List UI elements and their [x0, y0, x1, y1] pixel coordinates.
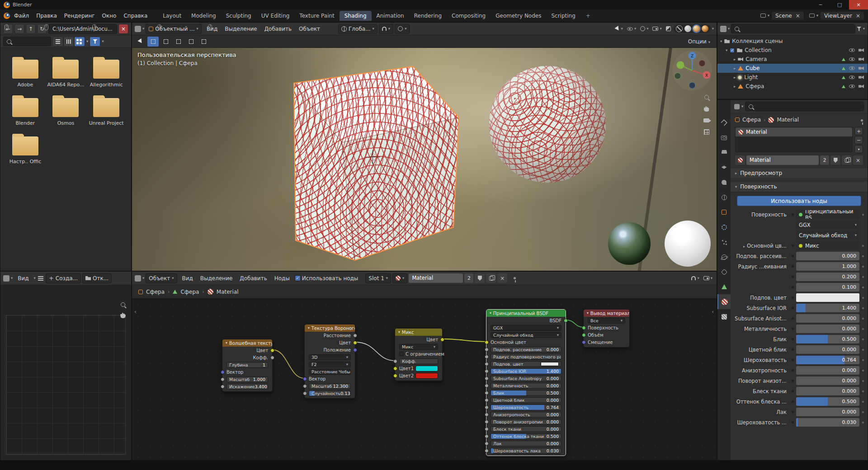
socket[interactable] [485, 391, 489, 395]
select-mode-extend-button[interactable] [160, 37, 171, 47]
bsdf-param-row[interactable]: Поворот анизотропии 0.000 [486, 418, 566, 425]
animate-dot[interactable] [862, 338, 864, 340]
collection-checkbox[interactable] [730, 48, 735, 53]
bsdf-param-row[interactable]: Subsurface IOR 1.400 [486, 367, 566, 375]
expander-icon[interactable] [734, 75, 736, 80]
distortion-input[interactable]: Искажение3.400 [222, 383, 272, 390]
tab-particles[interactable] [717, 235, 731, 249]
animate-dot[interactable] [862, 401, 864, 403]
node-voronoi-texture[interactable]: Текстура Вороного РасстояниеЦветПоложени… [304, 324, 355, 399]
editor-type-icon[interactable] [135, 26, 141, 32]
blender-menu-icon[interactable] [4, 13, 10, 19]
folder-item[interactable]: AIDA64 Repo... [46, 60, 86, 88]
bsdf-param-row[interactable]: Subsurface Anisotropy 0.000 [486, 375, 566, 382]
zoom-icon[interactable] [704, 95, 709, 99]
breadcrumb-object[interactable]: Сфера [742, 117, 761, 123]
cancel-button[interactable] [118, 24, 128, 34]
socket[interactable] [303, 384, 307, 388]
property-slider[interactable] [796, 293, 859, 302]
blend-mode-dropdown[interactable]: Микс [399, 344, 438, 350]
viewport-menu-item[interactable]: Добавить [261, 24, 295, 33]
expander-icon[interactable] [734, 84, 736, 89]
sphere-object[interactable] [489, 66, 606, 183]
bsdf-param-row[interactable]: Подпов. рассеивание 0.000 [486, 346, 566, 353]
shader-type-dropdown[interactable]: Объект [146, 273, 177, 283]
socket[interactable] [485, 348, 489, 352]
subsurface-method-dropdown[interactable]: Случайный обход [491, 332, 561, 338]
socket[interactable] [485, 449, 489, 453]
shader-menu-item[interactable]: Вид [179, 274, 197, 283]
input-socket-row[interactable]: Поверхность [584, 324, 629, 331]
socket[interactable] [485, 405, 489, 409]
socket[interactable] [485, 427, 489, 431]
color-swatch[interactable] [796, 293, 859, 302]
tab-constraints[interactable] [717, 264, 731, 279]
pan-hand-icon[interactable] [704, 106, 709, 112]
bsdf-param-row[interactable]: Металличность 0.000 [486, 382, 566, 389]
slot-dropdown[interactable]: Slot 1 [365, 273, 391, 283]
socket[interactable] [270, 356, 274, 360]
vector-input-socket[interactable]: Вектор [222, 368, 272, 376]
outliner-object-row[interactable]: Сфера [717, 82, 868, 91]
socket[interactable] [393, 374, 397, 378]
navigation-gizmo[interactable]: Z X [671, 50, 713, 91]
socket[interactable] [353, 348, 357, 352]
socket[interactable] [485, 420, 489, 424]
disable-render-icon[interactable] [859, 57, 864, 61]
property-row[interactable]: Металличность 0.000 [731, 324, 864, 334]
hide-viewport-icon[interactable] [849, 66, 855, 70]
mode-dropdown[interactable]: Объектный ... [146, 24, 202, 34]
collapse-icon[interactable] [226, 341, 227, 345]
image-editor-canvas[interactable] [0, 285, 131, 460]
breadcrumb-object[interactable]: Сфера [146, 289, 165, 295]
new-image-button[interactable]: Созда... [46, 273, 81, 283]
base-color-input-socket[interactable]: Основной цвет [486, 338, 566, 346]
collection-row[interactable]: Collection [717, 46, 868, 55]
property-row[interactable]: Оттенок блеска ... 0.500 [731, 397, 864, 406]
node-header[interactable]: Микс [395, 329, 442, 336]
zoom-icon[interactable] [121, 302, 125, 307]
select-mode-new-button[interactable] [147, 37, 159, 47]
options-dropdown[interactable]: Опции [684, 37, 714, 46]
feature-dropdown[interactable]: F2 [309, 362, 351, 367]
property-slider[interactable]: 0.000 [796, 324, 859, 333]
properties-search-input[interactable] [745, 102, 864, 111]
socket[interactable] [582, 326, 586, 330]
breadcrumb-mesh[interactable]: Сфера [180, 289, 199, 295]
slot-specials-button[interactable] [854, 145, 863, 153]
view-menu[interactable]: Вид [14, 274, 32, 283]
collapse-icon[interactable] [490, 311, 491, 315]
shader-menu-item[interactable]: Ноды [271, 274, 293, 283]
animate-dot[interactable] [862, 276, 864, 278]
input-socket-row[interactable]: Объём [584, 331, 629, 338]
tab-object-data[interactable] [717, 279, 731, 294]
open-image-button[interactable]: Отк... [82, 273, 112, 283]
viewport-canvas[interactable]: Пользовательская перспектива (1) Collect… [132, 48, 717, 271]
output-color-socket[interactable]: Цвет [222, 347, 272, 354]
sidebar-toggle-icon[interactable]: ‹ [134, 309, 137, 315]
menu-item[interactable]: Справка [120, 11, 151, 20]
bsdf-param-row[interactable]: Лак 0.000 [486, 440, 566, 447]
add-slot-button[interactable] [854, 127, 863, 135]
snap-dropdown[interactable] [379, 24, 393, 34]
socket[interactable] [393, 367, 397, 371]
output-socket[interactable]: Положение [305, 346, 355, 353]
property-slider[interactable]: 0.000 [796, 252, 859, 260]
workspace-tab[interactable]: Shading [340, 11, 372, 21]
socket[interactable] [582, 333, 586, 337]
workspace-tab[interactable]: Texture Paint [294, 11, 339, 21]
tab-render[interactable] [717, 130, 731, 145]
visibility-dropdown[interactable] [626, 27, 637, 31]
animate-dot[interactable] [862, 245, 864, 247]
bsdf-param-row[interactable]: Шероховатость лака 0.030 [486, 447, 566, 454]
workspace-tab[interactable]: Scripting [546, 11, 580, 21]
horizontal-list-view-button[interactable] [63, 37, 74, 47]
breadcrumb-material[interactable]: Material [217, 289, 239, 295]
animate-dot[interactable] [862, 307, 864, 309]
output-socket[interactable]: Расстояние [305, 332, 355, 339]
tab-modifiers[interactable] [717, 220, 731, 235]
bsdf-param-row[interactable]: Цветной блик 0.000 [486, 396, 566, 404]
property-slider[interactable]: 0.030 [796, 418, 859, 427]
animate-dot[interactable] [862, 359, 864, 361]
expander-icon[interactable] [720, 39, 722, 43]
